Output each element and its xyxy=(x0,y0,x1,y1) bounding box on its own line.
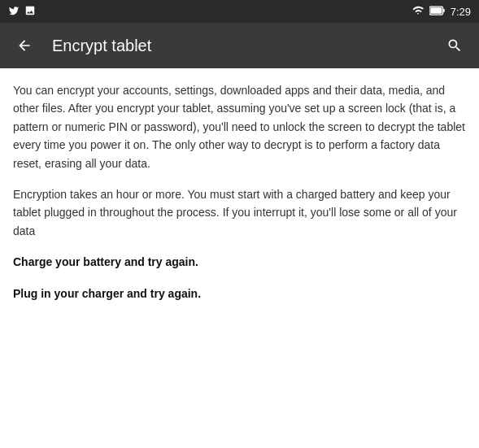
page-title: Encrypt tablet xyxy=(52,37,151,55)
back-button[interactable] xyxy=(13,34,36,57)
back-arrow-icon xyxy=(16,37,33,54)
wifi-icon xyxy=(412,5,425,19)
warning-plug: Plug in your charger and try again. xyxy=(13,285,466,302)
description-paragraph-2: Encryption takes an hour or more. You mu… xyxy=(13,185,466,240)
status-bar-right: 7:29 xyxy=(412,5,471,19)
twitter-icon xyxy=(8,5,20,19)
svg-rect-2 xyxy=(430,7,442,14)
status-time: 7:29 xyxy=(451,6,471,18)
status-bar: 7:29 xyxy=(0,0,479,23)
search-icon xyxy=(446,37,463,54)
status-bar-left xyxy=(8,5,36,19)
toolbar: Encrypt tablet xyxy=(0,23,479,68)
main-content: You can encrypt your accounts, settings,… xyxy=(0,68,479,448)
description-paragraph-1: You can encrypt your accounts, settings,… xyxy=(13,81,466,172)
battery-icon xyxy=(429,6,446,18)
svg-rect-1 xyxy=(443,8,445,11)
warning-charge: Charge your battery and try again. xyxy=(13,253,466,271)
toolbar-left: Encrypt tablet xyxy=(13,34,151,57)
search-button[interactable] xyxy=(443,34,466,57)
image-icon xyxy=(24,5,36,19)
